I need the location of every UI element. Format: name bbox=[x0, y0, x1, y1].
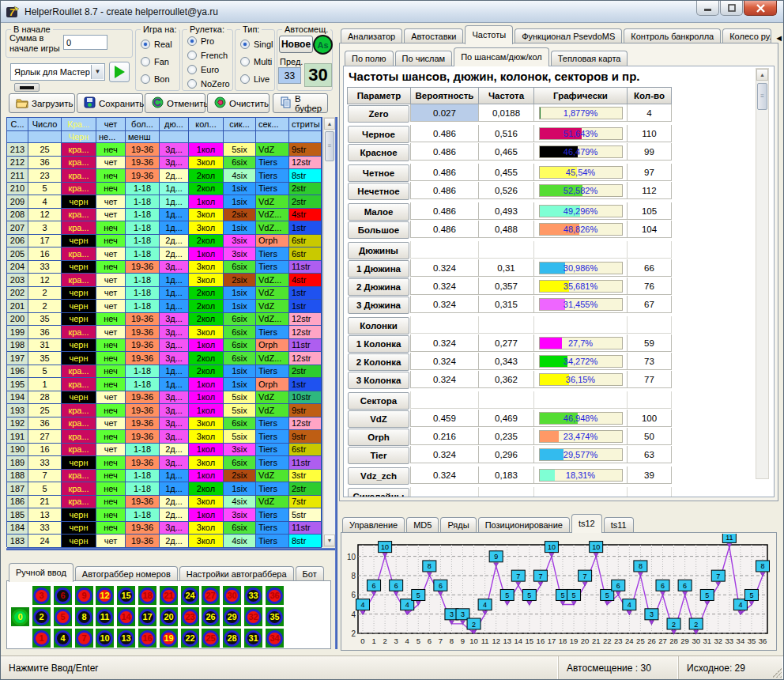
tab-analysis-5[interactable]: Колесо рулет bbox=[722, 28, 771, 44]
history-header-cell[interactable] bbox=[256, 131, 289, 143]
history-header-cell[interactable]: Кра... bbox=[62, 118, 96, 131]
history-header-cell[interactable] bbox=[289, 131, 322, 143]
tab-analysis-2[interactable]: Частоты bbox=[465, 25, 513, 44]
history-header-cell[interactable]: сик... bbox=[224, 118, 256, 131]
frequency-scrollbar-thumb[interactable] bbox=[757, 83, 767, 110]
number-button-36[interactable]: 36 bbox=[266, 586, 284, 605]
tab-series-2[interactable]: Ряды bbox=[440, 517, 476, 533]
number-button-26[interactable]: 26 bbox=[202, 607, 220, 626]
tab-analysis-3[interactable]: Функционал PsevdoMS bbox=[514, 28, 622, 44]
number-button-7[interactable]: 7 bbox=[75, 629, 93, 648]
radio-option-french[interactable]: French bbox=[187, 51, 228, 60]
tab-analysis-0[interactable]: Анализатор bbox=[341, 28, 402, 44]
number-button-24[interactable]: 24 bbox=[181, 586, 199, 605]
toolbar-button-2[interactable]: Отменить bbox=[145, 93, 205, 113]
tab-input-0[interactable]: Ручной ввод bbox=[9, 563, 74, 582]
frequency-param-cell[interactable]: Orph bbox=[348, 429, 409, 446]
number-button-22[interactable]: 22 bbox=[181, 629, 199, 648]
frequency-scrollbar[interactable]: ▲ bbox=[756, 68, 769, 479]
tab-input-2[interactable]: Настройки автограббера bbox=[179, 566, 294, 582]
preset-dropdown[interactable]: Ярлык для Мастер ▼ bbox=[10, 63, 105, 81]
history-header-cell[interactable] bbox=[224, 131, 256, 143]
tab-freq-1[interactable]: По числам bbox=[395, 51, 453, 66]
scroll-up-icon[interactable]: ▲ bbox=[756, 69, 768, 81]
collapse-button[interactable] bbox=[14, 83, 40, 92]
as-badge[interactable]: As bbox=[313, 35, 333, 55]
history-header-cell[interactable] bbox=[160, 131, 189, 143]
horizontal-splitter[interactable] bbox=[6, 548, 336, 550]
copy-to-buffer-button[interactable]: В буфер bbox=[273, 93, 328, 113]
tab-scroll-left-icon[interactable]: ◄ bbox=[775, 33, 783, 43]
tab-analysis-1[interactable]: Автоставки bbox=[404, 28, 463, 44]
tab-analysis-4[interactable]: Контроль банкролла bbox=[624, 28, 721, 44]
number-button-16[interactable]: 16 bbox=[138, 629, 156, 648]
history-header-cell[interactable]: С... bbox=[7, 118, 28, 131]
history-header-cell[interactable] bbox=[28, 131, 62, 143]
history-header-cell[interactable]: кол... bbox=[189, 118, 224, 131]
frequency-header-cell[interactable]: Графически bbox=[533, 87, 628, 104]
number-button-0[interactable]: 0 bbox=[11, 607, 29, 626]
minimize-button[interactable] bbox=[696, 1, 719, 16]
sum-input[interactable] bbox=[63, 35, 107, 50]
tab-series-1[interactable]: MD5 bbox=[406, 517, 439, 533]
history-header-cell[interactable]: Черн bbox=[62, 131, 96, 143]
history-header-cell[interactable]: менш bbox=[126, 131, 160, 143]
history-scrollbar-thumb[interactable] bbox=[325, 131, 334, 161]
history-header-cell[interactable] bbox=[7, 131, 28, 143]
frequency-param-cell[interactable]: VdZ bbox=[348, 410, 409, 428]
history-header-cell[interactable] bbox=[189, 131, 224, 143]
number-button-1[interactable]: 1 bbox=[32, 629, 51, 648]
frequency-header-cell[interactable]: Вероятность bbox=[410, 87, 479, 104]
frequency-header-cell[interactable]: Кол-во bbox=[627, 87, 672, 104]
radio-option-pro[interactable]: Pro bbox=[187, 36, 214, 46]
number-button-11[interactable]: 11 bbox=[96, 607, 114, 626]
number-button-14[interactable]: 14 bbox=[117, 607, 135, 626]
history-header-cell[interactable]: стриты bbox=[289, 118, 322, 131]
frequency-param-cell[interactable]: 3 Дюжина bbox=[348, 297, 409, 314]
tab-freq-0[interactable]: По полю bbox=[345, 51, 394, 66]
number-button-32[interactable]: 32 bbox=[244, 607, 262, 626]
number-button-31[interactable]: 31 bbox=[244, 629, 262, 648]
radio-option-euro[interactable]: Euro bbox=[187, 65, 219, 74]
number-button-29[interactable]: 29 bbox=[223, 607, 241, 626]
scroll-down-icon[interactable]: ▼ bbox=[324, 535, 335, 546]
history-header-cell[interactable]: чет bbox=[96, 118, 126, 131]
frequency-param-cell[interactable]: Большое bbox=[348, 221, 409, 239]
tab-series-5[interactable]: ts11 bbox=[604, 517, 634, 533]
frequency-param-cell[interactable]: Малое bbox=[348, 203, 409, 221]
frequency-param-cell[interactable]: Черное bbox=[348, 126, 409, 143]
history-header-cell[interactable]: Число bbox=[28, 118, 62, 131]
number-button-6[interactable]: 6 bbox=[54, 586, 72, 605]
frequency-param-cell[interactable]: 2 Колонка bbox=[348, 353, 409, 371]
radio-option-singl[interactable]: Singl bbox=[240, 40, 273, 49]
toolbar-button-0[interactable]: Загрузить bbox=[9, 93, 75, 113]
frequency-param-cell[interactable]: 1 Дюжина bbox=[348, 260, 409, 278]
vertical-splitter[interactable] bbox=[335, 117, 337, 649]
number-button-21[interactable]: 21 bbox=[160, 586, 178, 605]
frequency-param-cell[interactable]: Vdz_zch bbox=[348, 467, 409, 485]
play-button[interactable] bbox=[109, 62, 130, 82]
number-button-8[interactable]: 8 bbox=[75, 607, 93, 626]
maximize-button[interactable] bbox=[720, 1, 743, 16]
history-header-cell[interactable]: не... bbox=[96, 131, 126, 143]
frequency-param-cell[interactable]: 1 Колонка bbox=[348, 335, 409, 353]
frequency-header-cell[interactable]: Параметр bbox=[347, 87, 411, 104]
number-button-25[interactable]: 25 bbox=[202, 629, 220, 648]
number-button-30[interactable]: 30 bbox=[223, 586, 241, 605]
close-button[interactable] bbox=[744, 1, 777, 16]
frequency-param-cell[interactable]: 3 Колонка bbox=[348, 372, 409, 389]
history-scrollbar[interactable]: ▲ ▼ bbox=[323, 117, 336, 547]
radio-option-fan[interactable]: Fan bbox=[141, 57, 169, 66]
number-button-17[interactable]: 17 bbox=[138, 607, 156, 626]
radio-option-bon[interactable]: Bon bbox=[141, 74, 170, 84]
chevron-down-icon[interactable]: ▼ bbox=[91, 65, 104, 79]
line-chart[interactable]: 2468104610645863324957571055710564836262… bbox=[342, 534, 777, 649]
history-header-cell[interactable]: сек... bbox=[256, 118, 289, 131]
number-button-12[interactable]: 12 bbox=[96, 586, 114, 605]
tab-series-0[interactable]: Управление bbox=[342, 517, 405, 533]
number-button-13[interactable]: 13 bbox=[117, 629, 135, 648]
number-button-20[interactable]: 20 bbox=[160, 607, 178, 626]
frequency-param-cell[interactable]: 2 Дюжина bbox=[348, 278, 409, 296]
frequency-header-cell[interactable]: Частота bbox=[478, 87, 534, 104]
radio-option-nozero[interactable]: NoZero bbox=[187, 79, 230, 89]
